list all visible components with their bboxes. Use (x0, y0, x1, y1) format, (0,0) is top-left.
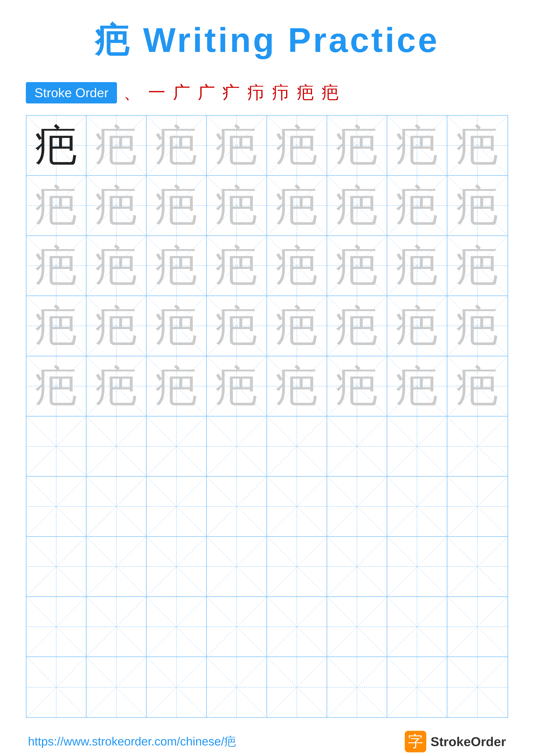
grid-cell[interactable]: 疤 (27, 296, 87, 356)
grid-cell-empty[interactable] (27, 477, 87, 537)
grid-cell-empty[interactable] (387, 537, 447, 597)
grid-cell-empty[interactable] (267, 477, 327, 537)
grid-cell-empty[interactable] (387, 597, 447, 657)
grid-cell-empty[interactable] (447, 417, 507, 477)
grid-cell-empty[interactable] (267, 417, 327, 477)
grid-cell[interactable]: 疤 (27, 357, 87, 417)
char-light: 疤 (456, 116, 499, 175)
grid-cell-empty[interactable] (447, 597, 507, 657)
grid-cell[interactable]: 疤 (327, 357, 387, 417)
grid-cell[interactable]: 疤 (387, 116, 447, 176)
grid-cell[interactable]: 疤 (267, 357, 327, 417)
grid-cell[interactable]: 疤 (207, 116, 267, 176)
grid-row-9 (27, 597, 507, 657)
grid-cell-empty[interactable] (147, 417, 207, 477)
char-light: 疤 (215, 237, 258, 295)
writing-grid[interactable]: 疤 疤 疤 疤 疤 疤 疤 (26, 115, 508, 718)
grid-cell[interactable]: 疤 (387, 236, 447, 296)
grid-cell[interactable]: 疤 (27, 236, 87, 296)
grid-cell[interactable]: 疤 (267, 176, 327, 236)
grid-cell[interactable]: 疤 (147, 357, 207, 417)
char-light: 疤 (335, 297, 378, 355)
grid-cell-empty[interactable] (327, 537, 387, 597)
grid-cell[interactable]: 疤 (327, 116, 387, 176)
char-light: 疤 (395, 116, 439, 175)
grid-cell[interactable]: 疤 (87, 236, 147, 296)
grid-cell-empty[interactable] (87, 477, 147, 537)
grid-cell-empty[interactable] (327, 417, 387, 477)
footer-url[interactable]: https://www.strokeorder.com/chinese/疤 (28, 734, 236, 749)
grid-cell-empty[interactable] (267, 657, 327, 717)
grid-cell-empty[interactable] (147, 537, 207, 597)
grid-cell[interactable]: 疤 (87, 296, 147, 356)
grid-cell[interactable]: 疤 (147, 296, 207, 356)
grid-cell[interactable]: 疤 (207, 176, 267, 236)
grid-cell-empty[interactable] (147, 597, 207, 657)
grid-cell-empty[interactable] (87, 657, 147, 717)
grid-cell-empty[interactable] (267, 597, 327, 657)
char-light: 疤 (395, 176, 439, 235)
grid-cell-empty[interactable] (327, 597, 387, 657)
grid-row-3: 疤 疤 疤 疤 疤 疤 疤 疤 (27, 236, 507, 296)
grid-cell[interactable]: 疤 (387, 357, 447, 417)
grid-cell[interactable]: 疤 (267, 116, 327, 176)
grid-cell[interactable]: 疤 (447, 116, 507, 176)
grid-cell-empty[interactable] (87, 597, 147, 657)
grid-cell-empty[interactable] (207, 597, 267, 657)
char-light: 疤 (335, 357, 378, 415)
grid-cell-empty[interactable] (267, 537, 327, 597)
grid-cell-empty[interactable] (327, 657, 387, 717)
grid-cell[interactable]: 疤 (327, 296, 387, 356)
grid-cell[interactable]: 疤 (447, 236, 507, 296)
grid-cell-empty[interactable] (447, 477, 507, 537)
grid-cell[interactable]: 疤 (327, 176, 387, 236)
grid-cell-empty[interactable] (27, 417, 87, 477)
char-light: 疤 (215, 297, 258, 355)
grid-cell[interactable]: 疤 (207, 357, 267, 417)
grid-cell[interactable]: 疤 (387, 176, 447, 236)
grid-cell[interactable]: 疤 (147, 176, 207, 236)
grid-cell[interactable]: 疤 (87, 176, 147, 236)
grid-cell[interactable]: 疤 (267, 296, 327, 356)
grid-cell-empty[interactable] (447, 657, 507, 717)
char-light: 疤 (456, 237, 499, 295)
char-light: 疤 (335, 237, 378, 295)
grid-cell[interactable]: 疤 (27, 116, 87, 176)
grid-cell[interactable]: 疤 (87, 357, 147, 417)
grid-cell-empty[interactable] (447, 537, 507, 597)
grid-cell[interactable]: 疤 (267, 236, 327, 296)
grid-cell[interactable]: 疤 (147, 116, 207, 176)
grid-cell[interactable]: 疤 (207, 236, 267, 296)
grid-cell-empty[interactable] (387, 417, 447, 477)
page-title: 疤 Writing Practice (95, 17, 440, 64)
grid-cell-empty[interactable] (207, 417, 267, 477)
char-light: 疤 (215, 176, 258, 235)
char-light: 疤 (395, 297, 439, 355)
grid-cell-empty[interactable] (87, 537, 147, 597)
grid-cell-empty[interactable] (87, 417, 147, 477)
grid-cell-empty[interactable] (27, 597, 87, 657)
grid-cell[interactable]: 疤 (147, 236, 207, 296)
grid-cell[interactable]: 疤 (207, 296, 267, 356)
grid-cell-empty[interactable] (387, 657, 447, 717)
grid-cell[interactable]: 疤 (447, 357, 507, 417)
grid-cell[interactable]: 疤 (447, 176, 507, 236)
grid-cell[interactable]: 疤 (387, 296, 447, 356)
grid-cell[interactable]: 疤 (447, 296, 507, 356)
grid-cell-empty[interactable] (207, 657, 267, 717)
grid-cell-empty[interactable] (207, 537, 267, 597)
grid-cell-empty[interactable] (27, 657, 87, 717)
grid-cell-empty[interactable] (147, 657, 207, 717)
grid-cell-empty[interactable] (27, 537, 87, 597)
stroke-9: 疤 (321, 81, 343, 104)
grid-cell-empty[interactable] (387, 477, 447, 537)
grid-cell[interactable]: 疤 (87, 116, 147, 176)
stroke-order-badge: Stroke Order (26, 82, 117, 103)
grid-cell-empty[interactable] (207, 477, 267, 537)
grid-cell-empty[interactable] (327, 477, 387, 537)
grid-cell[interactable]: 疤 (327, 236, 387, 296)
grid-cell-empty[interactable] (147, 477, 207, 537)
grid-cell[interactable]: 疤 (27, 176, 87, 236)
char-light: 疤 (456, 176, 499, 235)
grid-row-4: 疤 疤 疤 疤 疤 疤 疤 疤 (27, 296, 507, 356)
